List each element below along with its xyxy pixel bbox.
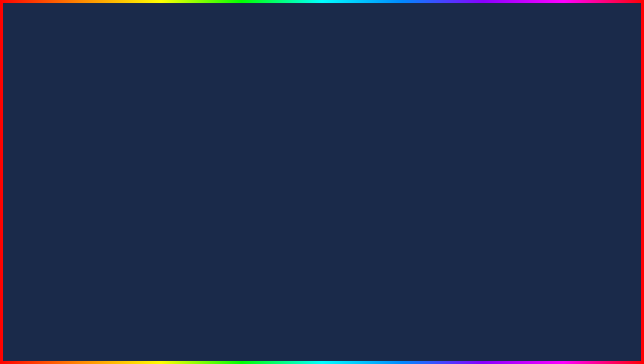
sidebar-avatar-2: Sky [73,205,109,220]
auto-train-race-toggle[interactable] [216,205,225,210]
race-v4-toggle[interactable] [216,154,225,159]
script-label: SCRIPT [271,312,393,350]
feature-row-auto-farm-gun: Auto Farm Gun Mastery ✓ [79,107,188,117]
logo-lox: LOX [577,343,596,354]
feature-row-auto-buy-gear: Auto Buy Gear [112,191,228,201]
sidebar-esp[interactable]: ✓ ESP [39,145,76,152]
dot-icon [42,132,45,135]
dot-icon [75,170,78,172]
window1-sidebar: Welcome ✓ General ✓ Setting ✓ Item & ✓ S… [39,104,76,185]
sidebar2-world-teleport[interactable]: ✓ World Teleport [73,155,109,167]
pastebin-label: PASTEBIN [400,312,566,350]
sidebar2-devil-fruit[interactable]: ✓ Devil Fruit [73,175,109,182]
sidebar2-raid[interactable]: ✓ Raid [73,140,109,148]
window1-controls: − × [175,97,188,102]
window1-minimize[interactable]: − [175,97,180,102]
sidebar2-status-sever[interactable]: ✓ Status Sever [73,167,109,175]
update-label: UPDATE [78,312,213,350]
feature-smooth: SMOOTH [523,183,631,202]
dot-icon [42,140,45,142]
auto-farm-gun-checkbox[interactable]: ✓ [179,109,185,115]
dot-icon [42,109,45,112]
feature-auto-farm: AUTO FARM [523,87,631,106]
title-container: BLOX FRUITS [0,7,644,76]
race-v3-toggle[interactable] [216,142,225,148]
titlebar-1: Ego Hub − × [39,95,191,104]
teleport-gear-label: Teleport to Gear [115,177,144,181]
window2-sidebar: ✓ Raid ✓ Local Players ✓ World Teleport … [73,137,109,223]
sidebar-general[interactable]: ✓ General [39,114,76,122]
sidebar-welcome[interactable]: Welcome [39,107,76,114]
sidebar-item[interactable]: ✓ Item & [39,129,76,137]
dot-icon [75,200,78,203]
sidebar-local[interactable]: ✓ Local P [39,160,76,168]
titlebar-2: Ego Hub − × [73,128,231,137]
dot-icon [42,155,45,158]
logo-fruits: FRUITS [597,343,631,354]
dot-icon [75,143,78,145]
auto-farm-gun-label: Auto Farm Gun Mastery [82,110,125,114]
health-mob-label: Health Mob [82,121,102,126]
feature-fast-attack: FAST ATTACK [523,145,631,164]
title-blox: BLOX [114,7,287,76]
race-v3-label: Auto Turn On Race v3 [115,143,155,147]
sidebar2-race-v4[interactable]: ✓ Race V4 [73,182,109,190]
auto-buy-gear-toggle[interactable] [216,193,225,199]
dot-icon [75,150,78,153]
sidebar2-shop[interactable]: ✓ Shop [73,190,109,198]
sidebar-avatar-1: Sky [39,168,76,182]
feature-no-lag: NO LAG [523,202,631,222]
sidebar-settings[interactable]: ✓ Setting [39,122,76,129]
svg-text:⚓: ⚓ [597,323,611,335]
avatar-1 [42,170,51,180]
section-race-v4: Race v4 [112,185,228,191]
feature-row-auto-train-race: Auto Train Race [112,202,228,212]
feature-row-race-v3: Auto Turn On Race v3 [112,140,228,150]
dot-icon [75,193,78,195]
window-ego-hub-2: Ego Hub − × ✓ Raid ✓ Local Players ✓ Wor… [72,127,232,224]
bottom-text: UPDATE 20 SCRIPT PASTEBIN [0,308,644,354]
sidebar-stats[interactable]: ✓ Stats [39,137,76,145]
window2-title: Ego Hub [76,130,95,135]
window1-close[interactable]: × [182,97,188,102]
dot-icon [75,185,78,188]
dot-icon [42,163,45,165]
race-v4-label: Auto Turn On Race v4 [115,154,155,159]
update-number: 20 [220,308,264,354]
blox-fruits-logo-icon: ⚓ [591,315,617,342]
window1-title: Ego Hub [43,97,62,102]
auto-buy-gear-label: Auto Buy Gear [115,194,142,198]
dot-icon [75,177,78,180]
feature-row-race-v4: Auto Turn On Race v4 [112,151,228,161]
move-cam-label: Move Cam to Moon [115,165,150,170]
feature-row-health-mob: Health Mob [79,119,188,128]
window2-controls: − × [215,130,228,135]
title-fruits: FRUITS [303,7,530,76]
feature-magnet: MAGNET [523,164,631,183]
feature-row-move-cam: Move Cam to Moon [112,163,228,173]
sidebar2-misc[interactable]: ✓ Misc [73,198,109,205]
feature-mastery: MASTERY [523,106,631,126]
dot-icon [42,124,45,127]
dot-icon [42,117,45,119]
features-list: AUTO FARM MASTERY RACE V4 FAST ATTACK MA… [523,87,631,241]
sidebar2-local-players[interactable]: ✓ Local Players [73,148,109,155]
feature-race-v4: RACE V4 [523,125,631,145]
gear-settings-icon[interactable]: ⚙ [221,176,225,182]
dot-icon [42,147,45,150]
window2-close[interactable]: × [222,130,228,135]
dot-icon [75,160,78,163]
logo-bottom-right: ⚓ LOX FRUITS [577,315,631,354]
move-cam-toggle[interactable] [216,165,225,170]
window2-main: Auto Turn On Race v3 Auto Turn On Race v… [109,137,231,223]
auto-train-race-label: Auto Train Race [115,205,144,210]
avatar-2 [75,208,85,217]
feature-auto-raid: AUTO RAID [523,221,631,241]
feature-row-teleport-gear: Teleport to Gear ⚙ [112,174,228,184]
window2-minimize[interactable]: − [215,130,220,135]
sidebar-raid[interactable]: ✓ Raid [39,152,76,160]
